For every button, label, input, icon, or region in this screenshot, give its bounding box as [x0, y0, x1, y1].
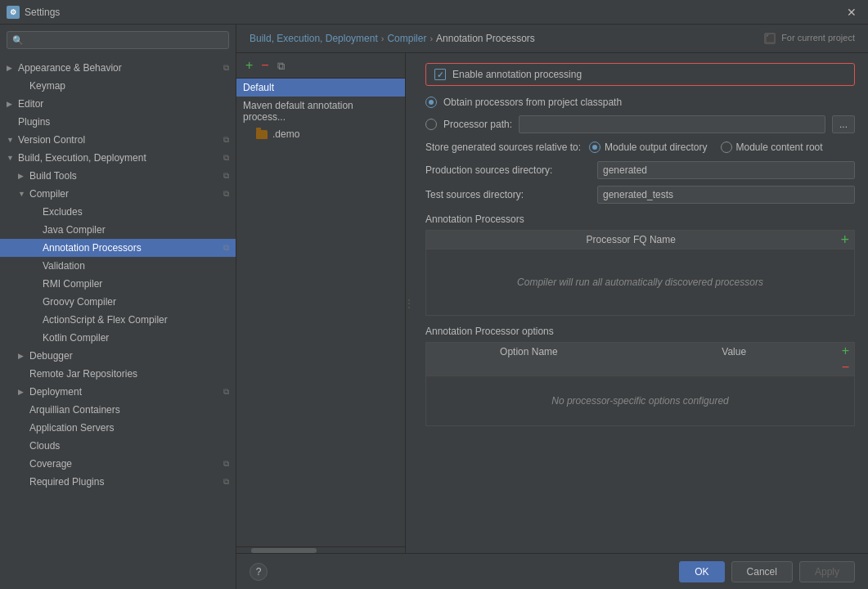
enable-checkbox[interactable]	[434, 69, 446, 80]
store-sources-row: Store generated sources relative to: Mod…	[425, 142, 855, 153]
sidebar-item-label: Annotation Processors	[43, 242, 220, 254]
sidebar-item-annotation-processors[interactable]: Annotation Processors ⧉	[0, 239, 236, 257]
module-content-radio[interactable]	[721, 142, 732, 153]
sidebar-item-validation[interactable]: Validation	[0, 257, 236, 275]
sidebar-item-actionscript-compiler[interactable]: ActionScript & Flex Compiler	[0, 311, 236, 329]
option-name-header: Option Name	[426, 343, 632, 375]
processor-path-radio[interactable]	[425, 119, 437, 130]
sidebar-item-label: Required Plugins	[29, 476, 220, 488]
annotation-options-title: Annotation Processor options	[425, 326, 855, 337]
copy-icon: ⧉	[223, 171, 229, 181]
sidebar-item-label: Editor	[18, 98, 229, 110]
breadcrumb-compiler[interactable]: Compiler	[387, 33, 426, 44]
sidebar-item-build-tools[interactable]: ▶ Build Tools ⧉	[0, 167, 236, 185]
sidebar-item-label: Build, Execution, Deployment	[18, 152, 220, 164]
breadcrumb: Build, Execution, Deployment › Compiler …	[236, 25, 868, 53]
apply-button[interactable]: Apply	[799, 561, 855, 582]
copy-icon: ⧉	[223, 135, 229, 145]
processors-empty-msg: Compiler will run all automatically disc…	[517, 277, 763, 288]
sidebar-item-groovy-compiler[interactable]: Groovy Compiler	[0, 293, 236, 311]
sidebar-item-label: Excludes	[43, 206, 229, 218]
sidebar-item-keymap[interactable]: Keymap	[0, 77, 236, 95]
settings-tree: ▶ Appearance & Behavior ⧉ Keymap ▶ Edito…	[0, 56, 236, 589]
remove-option-button[interactable]: −	[837, 359, 854, 375]
sidebar-item-build-exec[interactable]: ▼ Build, Execution, Deployment ⧉	[0, 149, 236, 167]
store-options: Module output directory Module content r…	[589, 142, 822, 153]
cancel-button[interactable]: Cancel	[731, 561, 793, 582]
copy-icon: ⧉	[223, 477, 229, 487]
obtain-classpath-radio[interactable]	[425, 97, 437, 108]
processor-maven-item[interactable]: Maven default annotation process...	[236, 97, 405, 126]
for-project-label: ⬛ For current project	[764, 33, 855, 44]
annotation-options-table: Option Name Value + − No processor-speci…	[425, 342, 855, 426]
add-processor-fq-button[interactable]: +	[835, 231, 854, 249]
sidebar-item-version-control[interactable]: ▼ Version Control ⧉	[0, 131, 236, 149]
sidebar-item-remote-jar[interactable]: Remote Jar Repositories	[0, 365, 236, 383]
table-body: Compiler will run all automatically disc…	[426, 250, 854, 315]
sidebar-item-required-plugins[interactable]: Required Plugins ⧉	[0, 473, 236, 491]
sidebar-item-arquillian[interactable]: Arquillian Containers	[0, 401, 236, 419]
copy-icon: ⧉	[223, 243, 229, 253]
search-input[interactable]	[27, 34, 223, 46]
sidebar-item-editor[interactable]: ▶ Editor	[0, 95, 236, 113]
breadcrumb-sep-1: ›	[381, 34, 385, 43]
processor-demo-item[interactable]: .demo	[236, 126, 405, 142]
sidebar-item-clouds[interactable]: Clouds	[0, 437, 236, 455]
copy-icon: ⧉	[223, 153, 229, 163]
main-content: 🔍 ▶ Appearance & Behavior ⧉ Keymap ▶ Edi…	[0, 25, 868, 589]
browse-button[interactable]: ...	[832, 115, 855, 133]
processor-demo-label: .demo	[272, 128, 299, 140]
sidebar-item-label: RMI Compiler	[43, 278, 229, 290]
copy-icon: ⧉	[223, 63, 229, 73]
panel-drag-handle[interactable]	[406, 53, 412, 553]
sidebar-item-label: Application Servers	[29, 422, 229, 434]
value-header: Value	[632, 343, 837, 375]
obtain-classpath-row: Obtain processors from project classpath	[425, 94, 855, 110]
sidebar-item-label: Coverage	[29, 458, 220, 470]
copy-icon: ⧉	[223, 459, 229, 469]
sidebar-item-label: Groovy Compiler	[43, 296, 229, 308]
sidebar-item-excludes[interactable]: Excludes	[0, 203, 236, 221]
close-button[interactable]: ✕	[842, 4, 861, 20]
folder-icon	[256, 130, 268, 139]
sidebar-item-label: Kotlin Compiler	[43, 332, 229, 344]
horizontal-scrollbar[interactable]	[236, 546, 405, 553]
sidebar-item-rmi-compiler[interactable]: RMI Compiler	[0, 275, 236, 293]
ok-button[interactable]: OK	[679, 561, 724, 582]
processor-default-label: Default	[243, 82, 274, 93]
sidebar-item-label: Plugins	[18, 116, 229, 128]
sidebar-item-appearance[interactable]: ▶ Appearance & Behavior ⧉	[0, 59, 236, 77]
module-output-radio[interactable]	[589, 142, 600, 153]
production-sources-label: Production sources directory:	[425, 164, 589, 176]
options-table-header: Option Name Value + −	[426, 343, 854, 376]
copy-icon: ⧉	[223, 189, 229, 199]
title-bar: ⚙ Settings ✕	[0, 0, 868, 25]
help-button[interactable]: ?	[250, 563, 268, 581]
copy-processor-button[interactable]: ⧉	[275, 60, 287, 72]
production-sources-row: Production sources directory:	[425, 161, 855, 179]
sidebar-item-coverage[interactable]: Coverage ⧉	[0, 455, 236, 473]
production-sources-input[interactable]	[597, 161, 855, 179]
remove-processor-button[interactable]: −	[259, 58, 271, 73]
sidebar-item-java-compiler[interactable]: Java Compiler	[0, 221, 236, 239]
sidebar-item-debugger[interactable]: ▶ Debugger	[0, 347, 236, 365]
sidebar-item-compiler[interactable]: ▼ Compiler ⧉	[0, 185, 236, 203]
sidebar-item-label: Appearance & Behavior	[18, 62, 220, 74]
processor-default-item[interactable]: Default	[236, 79, 405, 97]
sidebar-item-app-servers[interactable]: Application Servers	[0, 419, 236, 437]
sidebar-item-plugins[interactable]: Plugins	[0, 113, 236, 131]
processor-path-label: Processor path:	[443, 119, 512, 130]
sidebar-item-label: Version Control	[18, 134, 220, 146]
sidebar-item-deployment[interactable]: ▶ Deployment ⧉	[0, 383, 236, 401]
test-sources-input[interactable]	[597, 186, 855, 204]
processor-path-input[interactable]	[519, 115, 825, 133]
sidebar-item-label: Build Tools	[29, 170, 220, 182]
copy-icon: ⧉	[223, 387, 229, 397]
add-option-button[interactable]: +	[837, 343, 854, 359]
search-box[interactable]: 🔍	[7, 31, 229, 49]
sidebar-item-kotlin-compiler[interactable]: Kotlin Compiler	[0, 329, 236, 347]
right-panel: Build, Execution, Deployment › Compiler …	[236, 25, 868, 589]
add-processor-button[interactable]: +	[243, 58, 255, 73]
project-icon: ⬛	[764, 33, 776, 44]
breadcrumb-build[interactable]: Build, Execution, Deployment	[250, 33, 378, 44]
